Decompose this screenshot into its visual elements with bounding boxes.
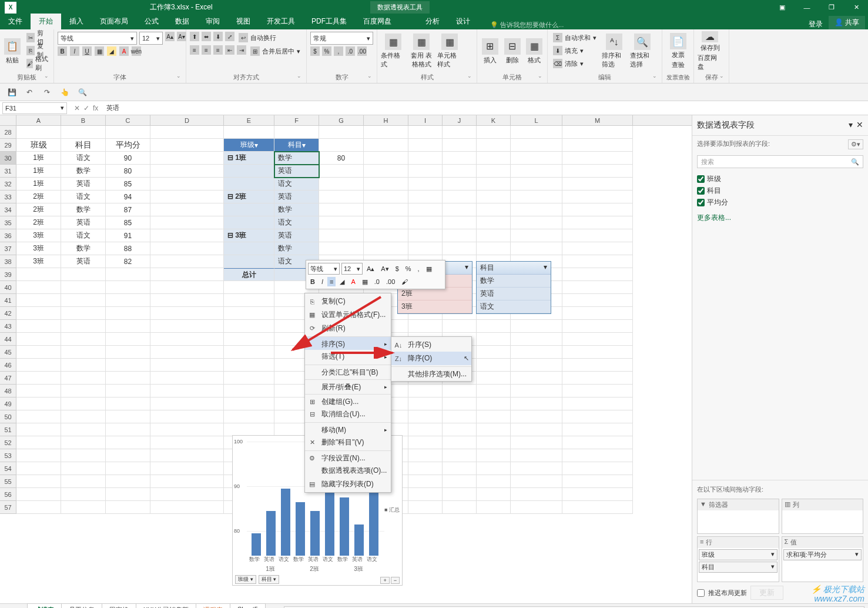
cell[interactable] (511, 346, 562, 359)
cell[interactable]: 数学 (274, 242, 319, 255)
chart-collapse-button[interactable]: − (391, 577, 400, 584)
cell[interactable]: 语文 (274, 178, 319, 191)
cell[interactable]: 英语 (61, 255, 106, 268)
cell[interactable] (408, 501, 443, 514)
row-header[interactable]: 43 (0, 320, 16, 333)
cell[interactable]: ⊟ 2班 (224, 191, 274, 203)
area-row-item[interactable]: 班级▾ (699, 549, 777, 560)
cell[interactable] (106, 320, 150, 333)
cell[interactable] (61, 320, 106, 333)
cell[interactable]: 82 (106, 255, 150, 268)
cancel-formula-icon[interactable]: ✕ (74, 104, 80, 112)
cell[interactable] (408, 320, 443, 333)
cell[interactable] (150, 449, 224, 462)
cell[interactable]: 英语 (274, 165, 319, 178)
col-header-K[interactable]: K (477, 115, 511, 125)
area-values[interactable]: Σ值 求和项:平均分▾ (782, 536, 864, 582)
cell[interactable] (16, 359, 61, 372)
window-close-button[interactable]: ✕ (844, 0, 868, 15)
format-painter-button[interactable]: 🖌格式刷 (25, 58, 50, 69)
cell[interactable] (16, 449, 61, 462)
ctx-refresh[interactable]: ⟳刷新(R) (305, 322, 391, 335)
format-table-button[interactable]: ▦套用 表格格式 (409, 32, 434, 71)
cell[interactable] (443, 436, 477, 449)
cell[interactable] (477, 423, 511, 436)
cell[interactable] (319, 178, 364, 191)
cell[interactable] (408, 191, 443, 203)
cell[interactable] (224, 423, 274, 436)
cell[interactable] (511, 191, 562, 203)
cell[interactable] (511, 229, 562, 242)
cell[interactable] (61, 488, 106, 501)
cell[interactable] (106, 307, 150, 320)
tab-baidu[interactable]: 百度网盘 (355, 14, 400, 29)
tab-formulas[interactable]: 公式 (136, 14, 167, 29)
update-button[interactable]: 更新 (750, 586, 783, 600)
cell[interactable] (477, 436, 511, 449)
cell[interactable] (61, 410, 106, 423)
field-checkbox[interactable] (697, 199, 705, 206)
cell[interactable] (224, 346, 274, 359)
tab-data[interactable]: 数据 (167, 14, 197, 29)
cell[interactable]: 英语 (61, 216, 106, 229)
cell[interactable] (106, 449, 150, 462)
cell[interactable]: 85 (106, 178, 150, 191)
cell[interactable] (408, 126, 443, 139)
cell[interactable] (150, 294, 224, 307)
cell[interactable]: 3班 (16, 242, 61, 255)
cell[interactable] (477, 372, 511, 385)
cell[interactable]: 科目 ▾ (274, 139, 319, 152)
qat-save-button[interactable]: 💾 (6, 86, 18, 98)
accept-formula-icon[interactable]: ✓ (83, 104, 89, 112)
row-header[interactable]: 44 (0, 333, 16, 346)
italic-button[interactable]: I (70, 46, 79, 56)
sheet-tab[interactable]: Sheet5 (230, 603, 266, 609)
row-header[interactable]: 53 (0, 449, 16, 462)
cell[interactable] (562, 359, 633, 372)
cell[interactable] (106, 436, 150, 449)
cell[interactable] (477, 410, 511, 423)
cell[interactable] (477, 178, 511, 191)
cell[interactable]: 数学 (61, 242, 106, 255)
cell[interactable] (61, 462, 106, 475)
cell-styles-button[interactable]: ▦单元格样式 (437, 32, 462, 71)
mini-align-icon[interactable]: ≡ (327, 277, 336, 286)
field-box-subject-item[interactable]: 语文 (477, 300, 551, 313)
qat-touch-button[interactable]: 👆 (59, 86, 71, 98)
cell[interactable] (511, 423, 562, 436)
cell[interactable]: 88 (106, 242, 150, 255)
cell[interactable] (511, 216, 562, 229)
cell[interactable] (408, 385, 443, 397)
field-box-subject[interactable]: 科目▾ 数学 英语 语文 (476, 261, 551, 314)
cell[interactable] (562, 488, 633, 501)
phonetic-button[interactable]: wén (132, 46, 141, 56)
cell[interactable] (408, 229, 443, 242)
cell[interactable] (224, 307, 274, 320)
cell[interactable] (511, 242, 562, 255)
find-select-button[interactable]: 🔍查找和选择 (630, 32, 655, 71)
ctx-expand-collapse[interactable]: 展开/折叠(E)▸ (305, 379, 391, 393)
cell[interactable] (408, 423, 443, 436)
ctx-filter[interactable]: 筛选(T)▸ (305, 350, 391, 363)
cell[interactable] (477, 501, 511, 514)
sort-filter-button[interactable]: ᴬ↓排序和筛选 (602, 32, 626, 71)
cell[interactable] (477, 462, 511, 475)
field-checkbox[interactable] (697, 187, 705, 195)
row-header[interactable]: 32 (0, 178, 16, 191)
number-format-dropdown[interactable]: 常规▾ (310, 32, 373, 45)
area-columns[interactable]: ▥列 (782, 499, 864, 534)
cell[interactable] (61, 268, 106, 281)
cell[interactable] (106, 281, 150, 294)
cell[interactable] (319, 126, 364, 139)
align-right-icon[interactable]: ≡ (213, 45, 223, 55)
cell[interactable] (319, 242, 364, 255)
cell[interactable] (224, 242, 274, 255)
decrease-decimal-icon[interactable]: .00 (357, 46, 367, 56)
cell[interactable] (408, 475, 443, 488)
col-header-G[interactable]: G (319, 115, 364, 125)
cell[interactable] (562, 372, 633, 385)
cell[interactable] (511, 385, 562, 397)
cell[interactable] (150, 462, 224, 475)
cell[interactable] (562, 501, 633, 514)
cell[interactable] (224, 397, 274, 410)
